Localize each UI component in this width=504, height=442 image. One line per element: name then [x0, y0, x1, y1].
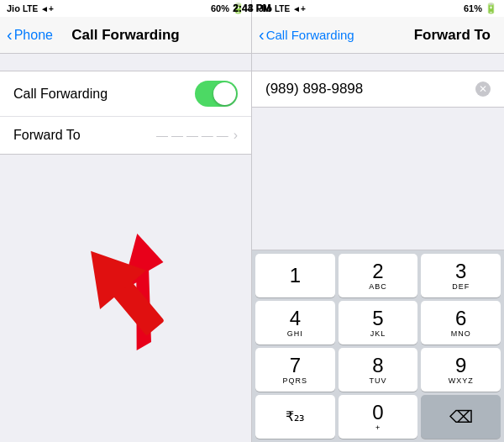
forward-to-chevron-icon: ›: [234, 128, 238, 143]
dial-2-button[interactable]: 2 ABC: [339, 254, 418, 297]
dial-1-main: 1: [290, 266, 301, 286]
right-battery-icon: 🔋: [485, 3, 497, 14]
dialpad-row-2: 4 GHI 5 JKL 6 MNO: [255, 301, 501, 345]
forward-to-right: — — — — — ›: [156, 128, 238, 143]
dial-5-main: 5: [372, 308, 383, 329]
left-panel: Jio LTE ◄+ 2:43 PM 60% 🔋 ‹ Phone Call Fo…: [0, 0, 252, 442]
toggle-container: [195, 81, 238, 107]
dial-1-button[interactable]: 1: [255, 254, 335, 297]
right-lte: LTE: [275, 4, 290, 13]
dial-9-sub: WXYZ: [449, 376, 474, 385]
dial-4-sub: GHI: [287, 329, 303, 338]
dial-3-main: 3: [455, 261, 466, 282]
left-back-label: Phone: [14, 28, 53, 43]
dialpad-row-1: 1 2 ABC 3 DEF: [255, 254, 501, 297]
phone-input-row: (989) 898-9898 ✕: [252, 71, 504, 108]
dial-8-main: 8: [372, 355, 383, 376]
dial-5-button[interactable]: 5 JKL: [339, 301, 418, 345]
right-status-bar: Jio LTE ◄+ 2:44 PM 61% 🔋: [252, 0, 504, 17]
dial-7-sub: PQRS: [283, 376, 308, 385]
dial-symbols-main: ₹₂₃: [286, 410, 304, 424]
left-nav-bar: ‹ Phone Call Forwarding: [0, 17, 251, 54]
dial-7-main: 7: [290, 355, 301, 376]
left-carrier-text: Jio: [7, 3, 20, 13]
arrow-container: [0, 155, 251, 442]
dial-0-main: 0: [372, 403, 383, 423]
dialpad-row-4: ₹₂₃ 0 + ⌫: [255, 395, 501, 439]
dial-7-button[interactable]: 7 PQRS: [255, 348, 335, 392]
forward-to-row[interactable]: Forward To — — — — — ›: [0, 117, 251, 154]
right-panel: Jio LTE ◄+ 2:44 PM 61% 🔋 ‹ Call Forwardi…: [252, 0, 504, 442]
dialpad-spacer: [252, 108, 504, 250]
right-battery: 61% 🔋: [464, 3, 497, 14]
right-signal: ◄+: [292, 4, 306, 13]
dial-0-button[interactable]: 0 +: [339, 395, 418, 439]
dial-3-sub: DEF: [452, 282, 470, 291]
right-back-button[interactable]: ‹ Call Forwarding: [252, 25, 354, 45]
dial-4-button[interactable]: 4 GHI: [255, 301, 335, 345]
dial-6-button[interactable]: 6 MNO: [421, 301, 501, 345]
left-chevron-icon: ‹: [7, 25, 13, 45]
left-carrier: Jio LTE ◄+: [7, 3, 54, 13]
settings-group: Call Forwarding Forward To — — — — — ›: [0, 71, 251, 155]
dial-2-main: 2: [372, 261, 383, 282]
dialpad: 1 2 ABC 3 DEF 4 GHI 5 JKL 6: [252, 250, 504, 442]
call-forwarding-toggle[interactable]: [195, 81, 238, 107]
call-forwarding-row[interactable]: Call Forwarding: [0, 71, 251, 117]
right-nav-bar: ‹ Call Forwarding Forward To: [252, 17, 504, 54]
toggle-knob: [213, 82, 236, 105]
dial-delete-button[interactable]: ⌫: [421, 395, 501, 439]
right-time: 2:44 PM: [233, 3, 270, 14]
dial-8-button[interactable]: 8 TUV: [339, 348, 418, 392]
call-forwarding-label: Call Forwarding: [13, 87, 108, 102]
dial-6-sub: MNO: [451, 329, 471, 338]
dial-4-main: 4: [290, 308, 301, 329]
dial-0-sub: +: [375, 424, 381, 432]
clear-icon: ✕: [479, 83, 487, 95]
dial-3-button[interactable]: 3 DEF: [421, 254, 501, 297]
dial-2-sub: ABC: [369, 282, 387, 291]
left-status-bar: Jio LTE ◄+ 2:43 PM 60% 🔋: [0, 0, 251, 17]
left-back-button[interactable]: ‹ Phone: [7, 25, 53, 45]
left-nav-title: Call Forwarding: [71, 27, 179, 44]
dial-symbols-button[interactable]: ₹₂₃: [255, 395, 335, 439]
right-back-label: Call Forwarding: [266, 28, 354, 42]
left-lte: LTE: [23, 4, 38, 13]
delete-icon: ⌫: [449, 407, 473, 427]
dial-5-sub: JKL: [370, 329, 386, 338]
right-nav-title: Forward To: [414, 27, 491, 44]
left-battery-text: 60%: [211, 3, 229, 13]
forward-to-label: Forward To: [13, 128, 81, 143]
right-chevron-icon: ‹: [259, 25, 265, 45]
phone-clear-button[interactable]: ✕: [475, 82, 491, 97]
dial-9-button[interactable]: 9 WXYZ: [421, 348, 501, 392]
phone-number-display: (989) 898-9898: [265, 81, 475, 97]
left-signal: ◄+: [40, 4, 54, 13]
dial-6-main: 6: [455, 308, 466, 329]
right-battery-text: 61%: [464, 3, 482, 13]
dialpad-row-3: 7 PQRS 8 TUV 9 WXYZ: [255, 348, 501, 392]
dial-9-main: 9: [455, 355, 466, 376]
red-arrow-svg: [59, 231, 193, 366]
forward-to-value: — — — — —: [156, 129, 228, 142]
dial-8-sub: TUV: [370, 376, 387, 385]
